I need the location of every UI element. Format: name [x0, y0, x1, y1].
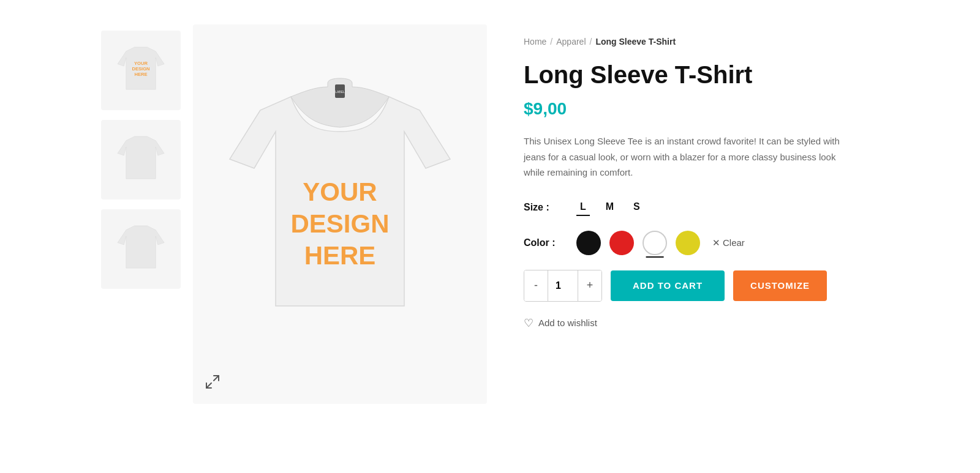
breadcrumb-home[interactable]: Home: [524, 37, 546, 47]
wishlist-button[interactable]: ♡ Add to wishlist: [524, 316, 597, 330]
thumbnail-3[interactable]: [101, 209, 181, 289]
quantity-control: - +: [524, 270, 602, 302]
svg-text:YOUR: YOUR: [134, 61, 148, 66]
size-option-row: Size : L M S: [524, 199, 879, 216]
svg-line-8: [206, 383, 211, 388]
heart-icon: ♡: [524, 316, 533, 330]
color-swatch-yellow[interactable]: [676, 231, 700, 255]
breadcrumb-current: Long Sleeve T-Shirt: [595, 37, 676, 47]
svg-text:DESIGN: DESIGN: [290, 209, 389, 238]
product-images: YOUR DESIGN HERE: [101, 24, 487, 404]
svg-text:LABEL: LABEL: [335, 90, 345, 94]
color-option-row: Color : ✕ Clear: [524, 231, 879, 255]
breadcrumb-sep2: /: [590, 37, 592, 47]
svg-text:YOUR: YOUR: [303, 177, 377, 206]
wishlist-label: Add to wishlist: [538, 318, 597, 328]
color-options: ✕ Clear: [576, 231, 745, 255]
breadcrumb-apparel[interactable]: Apparel: [556, 37, 586, 47]
clear-label: Clear: [723, 237, 745, 248]
product-price: $9,00: [524, 99, 879, 119]
product-description: This Unisex Long Sleeve Tee is an instan…: [524, 133, 848, 181]
thumbnails: YOUR DESIGN HERE: [101, 24, 181, 404]
product-title: Long Sleeve T-Shirt: [524, 61, 879, 88]
size-label: Size :: [524, 202, 567, 213]
breadcrumb-sep1: /: [550, 37, 552, 47]
product-info: Home / Apparel / Long Sleeve T-Shirt Lon…: [524, 24, 879, 330]
color-label: Color :: [524, 237, 567, 248]
page-wrapper: YOUR DESIGN HERE: [0, 0, 980, 473]
clear-color-button[interactable]: ✕ Clear: [712, 237, 745, 248]
color-swatch-red[interactable]: [609, 231, 634, 255]
breadcrumb: Home / Apparel / Long Sleeve T-Shirt: [524, 37, 879, 47]
quantity-minus-button[interactable]: -: [524, 270, 548, 301]
svg-text:DESIGN: DESIGN: [132, 66, 149, 72]
color-swatch-black[interactable]: [576, 231, 601, 255]
size-options: L M S: [576, 199, 644, 216]
thumbnail-2[interactable]: [101, 120, 181, 199]
svg-line-9: [214, 376, 219, 381]
color-swatch-white[interactable]: [643, 231, 667, 255]
quantity-add-row: - + ADD TO CART CUSTOMIZE: [524, 270, 879, 302]
svg-text:HERE: HERE: [134, 72, 147, 77]
quantity-plus-button[interactable]: +: [578, 270, 601, 301]
size-m-button[interactable]: M: [602, 199, 617, 216]
add-to-cart-button[interactable]: ADD TO CART: [611, 270, 725, 301]
main-image: LABEL YOUR DESIGN HERE: [193, 24, 487, 404]
size-l-button[interactable]: L: [576, 199, 590, 216]
svg-text:HERE: HERE: [304, 241, 376, 270]
expand-icon[interactable]: [204, 373, 224, 393]
x-icon: ✕: [712, 237, 720, 248]
quantity-input[interactable]: [548, 270, 578, 301]
customize-button[interactable]: CUSTOMIZE: [733, 270, 827, 301]
thumbnail-1[interactable]: YOUR DESIGN HERE: [101, 31, 181, 110]
size-s-button[interactable]: S: [630, 199, 644, 216]
